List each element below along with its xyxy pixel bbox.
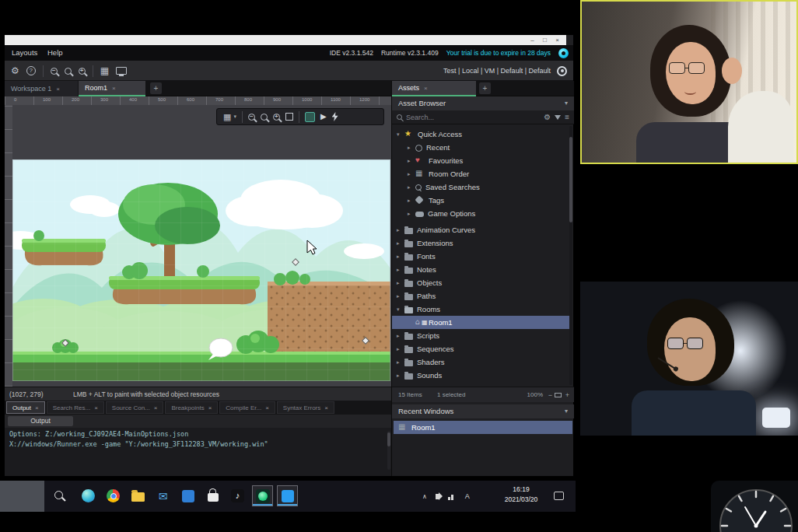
minimize-button[interactable]: –: [527, 35, 538, 45]
tab-output[interactable]: Output×: [6, 401, 45, 414]
tree-item-room-order[interactable]: ▸Room Order: [392, 167, 571, 180]
ime-indicator[interactable]: A: [465, 492, 470, 500]
close-tab-icon[interactable]: ×: [324, 404, 328, 411]
tree-item-paths[interactable]: ▸Paths: [392, 289, 571, 303]
layer-toggle-icon[interactable]: [305, 112, 315, 122]
debugger-monitor-icon[interactable]: [116, 67, 127, 75]
gamemaker-logo-icon[interactable]: [558, 48, 569, 58]
taskbar-app-edge[interactable]: [78, 485, 99, 506]
tree-item-quick-access[interactable]: ▾Quick Access: [392, 128, 571, 141]
taskbar-app-gamemaker[interactable]: [252, 485, 273, 506]
grid-settings-icon[interactable]: ▦: [223, 112, 231, 121]
chevron-down-icon[interactable]: ▾: [565, 404, 568, 418]
zoom-in-icon[interactable]: +: [273, 114, 280, 121]
taskbar-app-visual-studio[interactable]: [277, 485, 298, 506]
tree-item-favourites[interactable]: ▸Favourites: [392, 154, 571, 167]
fullscreen-icon[interactable]: [285, 113, 293, 121]
search-input[interactable]: [406, 114, 540, 121]
settings-gear-icon[interactable]: ⚙: [11, 66, 19, 75]
close-tab-icon[interactable]: ×: [56, 86, 60, 93]
target-icon[interactable]: [557, 66, 567, 76]
volume-icon[interactable]: [436, 494, 439, 499]
help-icon[interactable]: ?: [26, 66, 36, 75]
notification-center-icon[interactable]: [554, 492, 564, 500]
close-tab-icon[interactable]: ×: [112, 85, 116, 92]
new-tab-button[interactable]: +: [479, 82, 491, 94]
expander-icon[interactable]: ▸: [408, 158, 415, 164]
close-tab-icon[interactable]: ×: [208, 404, 212, 411]
tab-compile-errors[interactable]: Compile Er...×: [219, 401, 275, 414]
tree-item-fonts[interactable]: ▸Fonts: [392, 250, 571, 263]
webcam-tile-clock[interactable]: [711, 481, 798, 532]
tab-assets[interactable]: Assets ×: [392, 81, 476, 96]
taskbar-app-file-explorer[interactable]: [128, 485, 149, 506]
tree-item-rooms[interactable]: ▾Rooms: [392, 303, 571, 316]
asset-tree-scrollbar[interactable]: [569, 126, 572, 385]
output-scrollbar[interactable]: [387, 431, 390, 470]
tree-item-saved-searches[interactable]: ▸Saved Searches: [392, 180, 571, 194]
room-preview[interactable]: [12, 159, 390, 381]
expander-icon[interactable]: ▸: [397, 240, 404, 247]
zoom-reset-icon[interactable]: [65, 68, 72, 75]
tree-item-room1[interactable]: Room1: [392, 316, 571, 329]
close-button[interactable]: ×: [551, 35, 563, 45]
target-config-text[interactable]: Test | Local | VM | Default | Default: [443, 67, 551, 75]
tab-room1[interactable]: Room1 ×: [79, 81, 145, 96]
taskbar-app-ti ktok[interactable]: ♪: [227, 485, 248, 506]
webcam-tile-participant-2[interactable]: [580, 282, 798, 436]
tree-item-shaders[interactable]: ▸Shaders: [392, 355, 571, 369]
tree-item-scripts[interactable]: ▸Scripts: [392, 329, 571, 342]
taskbar-app-movies[interactable]: [177, 485, 198, 506]
expander-icon[interactable]: ▸: [408, 145, 415, 151]
tree-item-objects[interactable]: ▸Objects: [392, 276, 571, 289]
taskbar-app-mail[interactable]: ✉: [152, 485, 173, 506]
expander-icon[interactable]: ▸: [397, 293, 404, 299]
taskbar-app-store[interactable]: [202, 485, 223, 506]
zoom-out-icon[interactable]: −: [51, 68, 58, 75]
tree-item-notes[interactable]: ▸Notes: [392, 263, 571, 276]
output-log[interactable]: Options: Z:/working_CJ092AE4-MainOptions…: [5, 428, 391, 476]
expander-icon[interactable]: ▸: [408, 184, 415, 191]
expander-icon[interactable]: ▸: [408, 198, 415, 204]
expander-icon[interactable]: ▸: [397, 267, 404, 273]
taskbar-search-icon[interactable]: [54, 491, 63, 499]
network-icon[interactable]: [448, 493, 457, 500]
close-tab-icon[interactable]: ×: [35, 404, 39, 411]
tree-item-sequences[interactable]: ▸Sequences: [392, 342, 571, 355]
expander-icon[interactable]: ▾: [397, 131, 404, 138]
taskbar-app-chrome[interactable]: [103, 485, 124, 506]
close-tab-icon[interactable]: ×: [265, 404, 269, 411]
trial-expiry-notice[interactable]: Your trial is due to expire in 28 days: [446, 49, 551, 57]
menu-icon[interactable]: ≡: [565, 114, 569, 121]
new-tab-button[interactable]: +: [150, 82, 162, 94]
tree-item-recent[interactable]: ▸Recent: [392, 141, 571, 154]
menu-layouts[interactable]: Layouts: [6, 45, 43, 61]
output-chip[interactable]: Output: [8, 416, 73, 426]
close-tab-icon[interactable]: ×: [154, 404, 158, 411]
workspace-grid-icon[interactable]: ▦: [100, 66, 109, 75]
expander-icon[interactable]: ▸: [397, 373, 404, 379]
expander-icon[interactable]: ▾: [397, 306, 404, 313]
tree-item-tags[interactable]: ▸Tags: [392, 194, 571, 207]
expander-icon[interactable]: ▸: [397, 346, 404, 352]
chevron-up-icon[interactable]: ∧: [422, 493, 427, 500]
room-editor-canvas[interactable]: 0 100 200 300 400 500 600 700 800 900 10…: [5, 96, 391, 387]
recent-windows-header[interactable]: Recent Windows ▾: [392, 404, 574, 418]
zoom-in-button[interactable]: +: [565, 387, 569, 403]
zoom-slider[interactable]: [555, 393, 562, 397]
tab-search-results[interactable]: Search Res...×: [47, 401, 104, 414]
recent-window-room1[interactable]: Room1: [394, 421, 572, 434]
menu-help[interactable]: Help: [42, 45, 68, 61]
tree-item-game-options[interactable]: ▸Game Options: [392, 207, 571, 220]
expander-icon[interactable]: ▸: [397, 359, 404, 366]
search-settings-gear-icon[interactable]: ⚙: [544, 114, 551, 121]
zoom-out-icon[interactable]: −: [248, 114, 255, 121]
asset-tree[interactable]: ▾Quick Access ▸Recent ▸Favourites ▸Room …: [392, 124, 571, 387]
expander-icon[interactable]: ▸: [408, 211, 415, 217]
tab-workspace-1[interactable]: Workspace 1 ×: [5, 81, 78, 96]
expander-icon[interactable]: ▸: [397, 254, 404, 260]
zoom-fit-icon[interactable]: [261, 114, 268, 121]
zoom-in-icon[interactable]: +: [79, 68, 86, 75]
start-area[interactable]: [0, 481, 44, 512]
expander-icon[interactable]: ▸: [397, 333, 404, 339]
